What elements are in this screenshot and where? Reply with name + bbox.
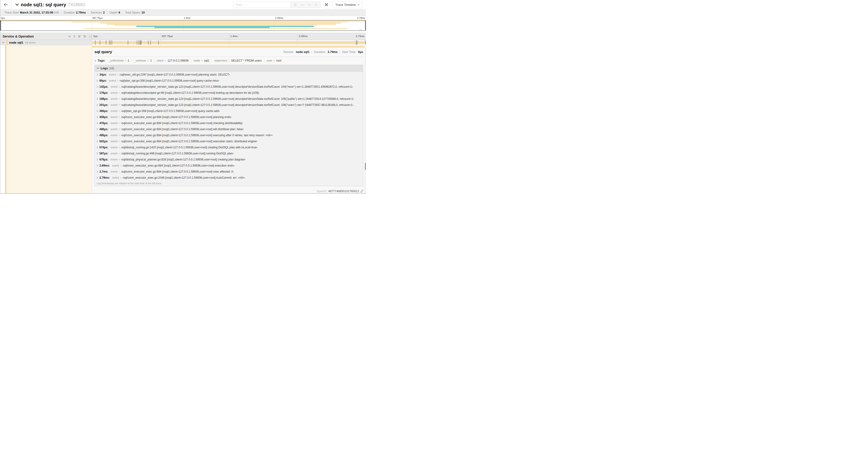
logs-title: Logs: [100, 66, 108, 70]
trace-view-selector[interactable]: Trace Timeline: [332, 1, 363, 8]
log-marker[interactable]: [357, 40, 357, 45]
expand-one-icon[interactable]: [73, 35, 75, 38]
detail-span-bar[interactable]: [92, 46, 365, 47]
scrollbar-thumb[interactable]: [365, 163, 366, 170]
tag-item[interactable]: _verbose=1: [132, 59, 154, 63]
log-timestamp: 486μs:: [99, 128, 108, 131]
chevron-right-icon: [97, 158, 98, 161]
find-controls: [290, 1, 320, 8]
equals-sign: =: [118, 146, 120, 149]
start-time-label: Start Time:: [342, 51, 356, 54]
log-row[interactable]: 34μs:event=‹sql/exec_util.go:2297 [nsql1…: [95, 72, 363, 78]
collapse-controls: [68, 35, 86, 38]
timeline-gridline: [229, 33, 229, 40]
locate-icon[interactable]: [293, 3, 297, 6]
chevron-right-icon: [97, 134, 98, 136]
trace-summary-bar: Trace StartMarch 31 2022, 17:25:09.326Du…: [0, 9, 366, 16]
span-duration-bar[interactable]: [92, 41, 366, 44]
chevron-down-icon[interactable]: [15, 3, 19, 6]
logs-header[interactable]: Logs (18): [95, 65, 363, 72]
tag-item[interactable]: node=sql1: [191, 59, 212, 63]
equals-sign: =: [120, 164, 122, 167]
find-input[interactable]: [233, 1, 290, 8]
log-marker[interactable]: [106, 40, 106, 45]
column-resizer[interactable]: [89, 35, 91, 38]
prev-result-icon[interactable]: [301, 4, 304, 6]
log-row[interactable]: 459μs:event=‹sql/conn_executor_exec.go:6…: [95, 114, 363, 120]
info-value: 2.79ms: [76, 11, 86, 14]
log-row[interactable]: 495μs:event=‹sql/conn_executor_exec.go:6…: [95, 132, 363, 138]
log-field-value: ‹sql/catalog/lease/descriptor_version_st…: [121, 85, 353, 88]
equals-sign: =: [118, 170, 120, 173]
chevron-right-icon: [97, 104, 98, 106]
chevron-right-icon: [94, 60, 96, 62]
clear-search-icon[interactable]: [315, 3, 317, 6]
tag-item[interactable]: statement=SELECT * FROM users: [212, 59, 264, 63]
equals-sign: =: [165, 59, 166, 62]
back-button[interactable]: [0, 0, 11, 9]
collapse-one-icon[interactable]: [68, 35, 71, 37]
log-row[interactable]: 142μs:event=‹sql/catalog/lease/descripto…: [95, 84, 363, 90]
span-bar-cell[interactable]: [92, 40, 366, 45]
log-marker[interactable]: [109, 40, 110, 45]
minimap-canvas[interactable]: [0, 20, 366, 31]
log-marker[interactable]: [365, 40, 366, 45]
log-row[interactable]: 2.79ms:event=‹sql/conn_executor_exec.go:…: [95, 175, 363, 181]
log-field-key: event: [111, 97, 117, 101]
log-row[interactable]: 366μs:event=‹sql/plan_opt.go:358 [nsql1,…: [95, 108, 363, 114]
span-row-name-cell[interactable]: node sql1 sql query: [0, 40, 92, 45]
tag-item[interactable]: client=127.0.0.1:59936: [154, 59, 191, 63]
log-row[interactable]: 189μs:event=‹sql/catalog/lease/descripto…: [95, 96, 363, 102]
log-field-key: event: [112, 176, 119, 179]
log-marker[interactable]: [138, 40, 139, 45]
chevron-down-icon: [358, 4, 360, 5]
minimap-right-handle[interactable]: [365, 21, 366, 30]
next-result-icon[interactable]: [308, 4, 311, 6]
collapse-all-icon[interactable]: [78, 35, 81, 38]
trace-id: 7418682: [68, 2, 85, 7]
log-row[interactable]: 502μs:event=‹sql/conn_executor_exec.go:6…: [95, 138, 363, 144]
keyboard-shortcuts-button[interactable]: ⌘: [323, 1, 330, 8]
log-marker[interactable]: [158, 40, 159, 45]
log-timestamp: 2.69ms:: [99, 164, 110, 167]
equals-sign: =: [118, 116, 120, 119]
log-row[interactable]: 2.7ms:event=‹sql/conn_executor_exec.go:6…: [95, 169, 363, 175]
log-row[interactable]: 678μs:event=‹sql/distsql_physical_planne…: [95, 157, 363, 163]
log-marker[interactable]: [141, 40, 141, 45]
tag-item[interactable]: user=root: [264, 59, 284, 63]
tag-item[interactable]: _unfinished=1: [106, 59, 131, 63]
tags-row[interactable]: Tags: _unfinished=1_verbose=1client=127.…: [92, 57, 365, 64]
log-field-key: event: [111, 170, 117, 173]
minimap-tick-label: 2.79ms: [357, 17, 365, 19]
detail-header: sql query Service: node sql1 | Duration:…: [92, 48, 365, 56]
log-field-key: event: [111, 85, 117, 88]
log-timestamp: 502μs:: [99, 140, 108, 143]
log-marker[interactable]: [128, 40, 128, 45]
chevron-down-icon[interactable]: [2, 42, 4, 43]
vertical-scrollbar[interactable]: [365, 46, 366, 193]
timeline-tick-label: 0μs: [93, 35, 98, 38]
log-row[interactable]: 176μs:event=‹sql/catalog/descs/descripto…: [95, 90, 363, 96]
log-field-key: event: [111, 128, 117, 131]
expand-all-icon[interactable]: [83, 35, 86, 38]
log-marker[interactable]: [100, 40, 100, 45]
log-row[interactable]: 597μs:event=‹sql/distsql_running.go:498 …: [95, 151, 363, 157]
log-timestamp: 495μs:: [99, 134, 108, 137]
log-row[interactable]: 574μs:event=‹sql/distsql_running.go:1420…: [95, 144, 363, 151]
link-icon[interactable]: [360, 190, 364, 193]
equals-sign: =: [228, 59, 230, 62]
log-timestamp: 80μs:: [99, 79, 106, 82]
minimap-left-handle[interactable]: [0, 21, 1, 30]
minimap-span-bar: [154, 27, 270, 28]
log-marker[interactable]: [137, 40, 137, 45]
log-row[interactable]: 476μs:event=‹sql/conn_executor_exec.go:6…: [95, 120, 363, 126]
log-timestamp: 459μs:: [99, 116, 108, 119]
log-row[interactable]: 201μs:event=‹sql/catalog/lease/descripto…: [95, 102, 363, 108]
log-marker[interactable]: [141, 40, 142, 45]
info-value-suffix: .326: [53, 11, 59, 14]
log-row[interactable]: 80μs:event=‹sql/plan_opt.go:358 [nsql1,c…: [95, 78, 363, 84]
minimap-tick-label: 1.4ms: [184, 17, 191, 19]
log-row[interactable]: 486μs:event=‹sql/conn_executor_exec.go:6…: [95, 126, 363, 132]
log-row[interactable]: 2.69ms:event=‹sql/conn_executor_exec.go:…: [95, 163, 363, 169]
minimap-tick-label: 2.09ms: [275, 17, 283, 19]
